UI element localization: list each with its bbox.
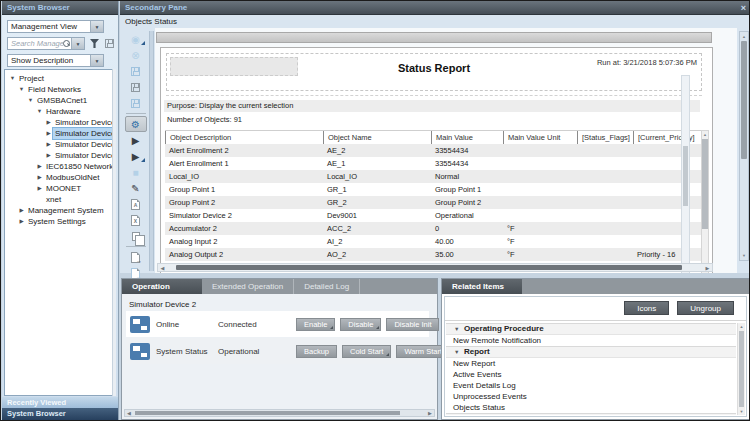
tree-item[interactable]: xnet bbox=[5, 194, 115, 205]
tree-item[interactable]: ▶Simulator Device 100 bbox=[5, 150, 115, 161]
expand-arrow-icon[interactable]: ▶ bbox=[35, 161, 44, 172]
tab-related-items[interactable]: Related Items bbox=[442, 279, 522, 294]
tree-item[interactable]: ▶Simulator Device 1 bbox=[5, 117, 115, 128]
scrollbar-thumb[interactable] bbox=[135, 411, 400, 415]
tab-extended-operation[interactable]: Extended Operation bbox=[202, 279, 294, 294]
related-item-link[interactable]: New Report bbox=[446, 358, 736, 369]
operation-horizontal-scrollbar[interactable]: ◀ ▶ bbox=[124, 409, 435, 417]
collapse-arrow-icon[interactable]: ▼ bbox=[454, 346, 464, 358]
collapse-arrow-icon[interactable]: ▼ bbox=[35, 106, 44, 117]
cold-start-button[interactable]: Cold Start bbox=[342, 345, 391, 358]
expand-arrow-icon[interactable]: ▶ bbox=[44, 139, 53, 150]
tree-item[interactable]: ▶IEC61850 Network1 bbox=[5, 161, 115, 172]
table-row[interactable]: Alert Enrollment 2AE_233554434 bbox=[165, 144, 701, 157]
close-icon[interactable]: × bbox=[741, 1, 746, 15]
export-pdf-icon[interactable]: A bbox=[125, 196, 147, 212]
scroll-up-icon[interactable]: ▲ bbox=[740, 33, 748, 40]
scroll-right-icon[interactable]: ▶ bbox=[426, 410, 434, 416]
tree-item[interactable]: ▼Project bbox=[5, 73, 115, 84]
column-header[interactable]: Object Description bbox=[165, 131, 323, 144]
scroll-up-icon[interactable]: ▲ bbox=[738, 323, 745, 330]
tree-item[interactable]: ▶Simulator Device 2 bbox=[5, 128, 115, 139]
related-item-link[interactable]: Event Details Log bbox=[446, 380, 736, 391]
related-group-header[interactable]: ▼Operating Procedure bbox=[446, 323, 736, 335]
management-view-dropdown[interactable]: Management View ▼ bbox=[7, 20, 104, 33]
table-row[interactable]: Analog Output 2AO_235.00°FPriority - 16 bbox=[165, 248, 701, 261]
recently-viewed-bar[interactable]: Recently Viewed bbox=[2, 397, 118, 408]
column-header[interactable]: Main Value bbox=[431, 131, 503, 144]
related-item-link[interactable]: Unprocessed Events bbox=[446, 391, 736, 402]
expand-arrow-icon[interactable]: ▶ bbox=[44, 128, 53, 139]
pane-vertical-scrollbar[interactable]: ▲ ▼ bbox=[739, 31, 749, 261]
tree-item[interactable]: ▶Simulator Device 50 bbox=[5, 139, 115, 150]
record-icon[interactable]: ◉ bbox=[125, 31, 147, 47]
related-group-header[interactable]: ▼Report bbox=[446, 346, 736, 358]
copy-properties-icon[interactable] bbox=[125, 228, 147, 244]
scroll-down-icon[interactable]: ▼ bbox=[740, 252, 748, 259]
related-item-link[interactable]: Active Events bbox=[446, 369, 736, 380]
tab-detailed-log[interactable]: Detailed Log bbox=[294, 279, 360, 294]
column-header[interactable]: Object Name bbox=[323, 131, 431, 144]
expand-arrow-icon[interactable]: ▶ bbox=[17, 205, 26, 216]
chevron-down-icon[interactable]: ▼ bbox=[90, 55, 103, 66]
save-icon[interactable] bbox=[125, 63, 147, 79]
tree-item[interactable]: ▶ModbusOldNet bbox=[5, 172, 115, 183]
table-row[interactable]: Accumulator 2ACC_20°F bbox=[165, 222, 701, 235]
objects-status-tab[interactable]: Objects Status bbox=[125, 17, 177, 26]
tree-item[interactable]: ▶MOONET bbox=[5, 183, 115, 194]
related-item-link[interactable]: New Remote Notification bbox=[446, 335, 736, 346]
collapse-arrow-icon[interactable]: ▼ bbox=[26, 95, 35, 106]
scrollbar-thumb[interactable] bbox=[702, 139, 708, 229]
cancel-icon[interactable]: ⊗ bbox=[125, 47, 147, 63]
report-horizontal-scrollbar[interactable]: ◀ ▶ bbox=[157, 263, 713, 272]
save-search-icon[interactable] bbox=[105, 39, 114, 48]
table-row[interactable]: Analog Input 2AI_240.00°F bbox=[165, 235, 701, 248]
chevron-down-icon[interactable]: ▼ bbox=[90, 21, 103, 32]
scroll-left-icon[interactable]: ◀ bbox=[158, 264, 167, 271]
disable-button[interactable]: Disable bbox=[340, 318, 381, 331]
column-header[interactable]: [Current_Priority] bbox=[633, 131, 701, 144]
tree-item[interactable]: ▼Field Networks bbox=[5, 84, 115, 95]
expand-arrow-icon[interactable]: ▶ bbox=[44, 150, 53, 161]
collapse-arrow-icon[interactable]: ▼ bbox=[8, 73, 17, 84]
collapse-arrow-icon[interactable]: ▼ bbox=[17, 84, 26, 95]
save-copy-icon[interactable] bbox=[125, 95, 147, 111]
table-row[interactable]: Group Point 2GR_2Group Point 2 bbox=[165, 196, 701, 209]
run-icon[interactable]: ▶ bbox=[125, 132, 147, 148]
expand-arrow-icon[interactable]: ▶ bbox=[44, 117, 53, 128]
filter-icon[interactable] bbox=[90, 39, 99, 48]
table-row[interactable]: Local_IOLocal_IONormal bbox=[165, 170, 701, 183]
scroll-down-icon[interactable]: ▼ bbox=[738, 408, 745, 415]
export-document-icon[interactable]: → bbox=[125, 249, 147, 265]
backup-button[interactable]: Backup bbox=[296, 345, 337, 358]
tab-operation[interactable]: Operation bbox=[122, 279, 202, 294]
export-excel-icon[interactable]: X bbox=[125, 212, 147, 228]
scrollbar-thumb[interactable] bbox=[741, 41, 747, 159]
system-browser-bar[interactable]: System Browser bbox=[2, 408, 118, 420]
report-parameter-strip[interactable] bbox=[156, 32, 712, 43]
pane-splitter[interactable] bbox=[149, 31, 154, 271]
run-with-options-icon[interactable]: ▶ bbox=[125, 148, 147, 164]
save-as-icon[interactable] bbox=[125, 79, 147, 95]
disable-init-button[interactable]: Disable Init bbox=[386, 318, 439, 331]
tree-item[interactable]: ▼Hardware bbox=[5, 106, 115, 117]
related-items-scrollbar[interactable]: ▲ ▼ bbox=[737, 323, 745, 415]
search-input[interactable]: Search Management ▼ bbox=[7, 37, 85, 50]
table-row[interactable]: Group Point 1GR_1Group Point 1 bbox=[165, 183, 701, 196]
show-description-dropdown[interactable]: Show Description ▼ bbox=[7, 54, 104, 67]
expand-arrow-icon[interactable]: ▶ bbox=[35, 172, 44, 183]
stop-icon[interactable]: ■ bbox=[125, 164, 147, 180]
collapse-arrow-icon[interactable]: ▼ bbox=[454, 323, 464, 335]
scrollbar-thumb[interactable] bbox=[176, 265, 682, 270]
chevron-down-icon[interactable]: ▼ bbox=[71, 38, 84, 49]
related-group-header[interactable]: ▼Trend bbox=[446, 413, 736, 415]
icons-button[interactable]: Icons bbox=[624, 301, 669, 315]
settings-gear-icon[interactable]: ⚙ bbox=[125, 116, 147, 132]
expand-arrow-icon[interactable]: ▶ bbox=[35, 183, 44, 194]
tree-item[interactable]: ▶System Settings bbox=[5, 216, 115, 227]
table-row[interactable]: Simulator Device 2Dev9001Operational bbox=[165, 209, 701, 222]
report-vertical-scrollbar[interactable] bbox=[681, 75, 690, 273]
scroll-right-icon[interactable]: ▶ bbox=[703, 264, 712, 271]
tree-item[interactable]: ▶Management System bbox=[5, 205, 115, 216]
column-header[interactable]: [Status_Flags] bbox=[577, 131, 633, 144]
